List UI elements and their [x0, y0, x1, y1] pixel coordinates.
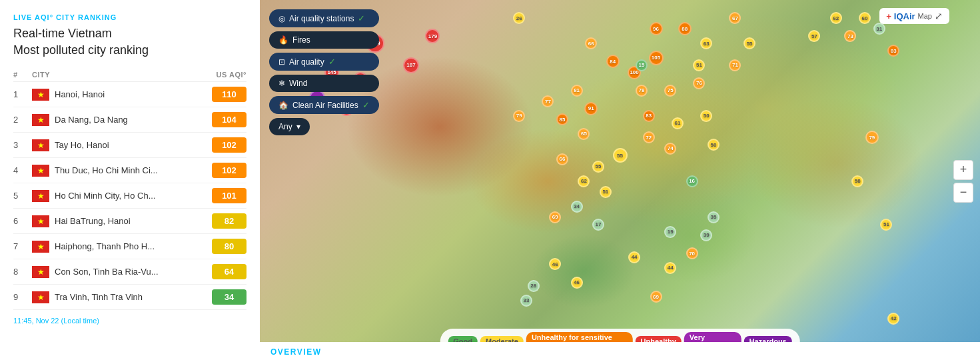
map-bubble[interactable]: 79	[865, 131, 879, 144]
aqi-badge: 64	[212, 264, 246, 279]
map-bubble[interactable]: 62	[830, 12, 842, 24]
map-bubble[interactable]: 61	[672, 117, 684, 129]
wind-button[interactable]: ❄ Wind	[269, 75, 379, 92]
zoom-out-button[interactable]: −	[953, 183, 973, 203]
live-label: LIVE AQI° CITY RANKING	[13, 13, 246, 21]
map-bubble[interactable]: 78	[636, 85, 648, 97]
map-bubble[interactable]: 51	[693, 59, 705, 71]
table-row[interactable]: 9 ★ Tra Vinh, Tinh Tra Vinh 34	[13, 285, 246, 310]
map-bubble[interactable]: 16	[686, 175, 698, 187]
map-bubble[interactable]: 91	[584, 102, 598, 115]
map-bubble[interactable]: 76	[693, 77, 705, 89]
overview-bar: OVERVIEW	[260, 342, 980, 362]
row-rank: 3	[13, 140, 32, 150]
map-bubble[interactable]: 60	[859, 12, 871, 24]
fires-button[interactable]: 🔥 Fires	[269, 31, 379, 49]
clean-air-facilities-button[interactable]: 🏠 Clean Air Facilities ✓	[269, 96, 379, 114]
map-bubble[interactable]: 44	[628, 251, 640, 263]
map-bubble[interactable]: 74	[664, 143, 676, 155]
map-bubble[interactable]: 62	[578, 175, 590, 187]
air-quality-stations-button[interactable]: ◎ Air quality stations ✓	[269, 9, 379, 27]
map-bubble[interactable]: 34	[571, 201, 583, 213]
map-bubble[interactable]: 65	[578, 128, 590, 140]
map-bubble[interactable]: 88	[678, 22, 692, 35]
table-row[interactable]: 8 ★ Con Son, Tinh Ba Ria-Vu... 64	[13, 259, 246, 285]
map-bubble[interactable]: 179	[425, 29, 440, 43]
map-bubble[interactable]: 33	[520, 295, 532, 307]
map-text: Map	[918, 12, 932, 20]
map-bubble[interactable]: 66	[556, 153, 568, 165]
map-bubble[interactable]: 55	[613, 148, 628, 163]
map-bubble[interactable]: 83	[643, 110, 655, 122]
expand-map-button[interactable]: ⤢	[935, 11, 943, 21]
city-name: Haiphong, Thanh Pho H...	[55, 241, 212, 251]
map-bubble[interactable]: 50	[708, 139, 720, 151]
aqi-badge: 80	[212, 239, 246, 254]
map-bubble[interactable]: 73	[844, 30, 856, 42]
map-bubble[interactable]: 63	[700, 37, 712, 49]
map-bubble[interactable]: 19	[664, 226, 676, 238]
map-bubble[interactable]: 66	[585, 37, 597, 49]
map-bubble[interactable]: 31	[873, 23, 885, 35]
table-row[interactable]: 7 ★ Haiphong, Thanh Pho H... 80	[13, 234, 246, 259]
map-bubble[interactable]: 39	[700, 229, 712, 241]
table-row[interactable]: 5 ★ Ho Chi Minh City, Ho Ch... 101	[13, 183, 246, 209]
map-bubble[interactable]: 84	[606, 55, 620, 68]
table-row[interactable]: 1 ★ Hanoi, Hanoi 110	[13, 82, 246, 107]
map-bubble[interactable]: 58	[851, 175, 863, 187]
zoom-in-button[interactable]: +	[953, 160, 973, 180]
map-bubble[interactable]: 44	[664, 262, 676, 274]
map-bubble[interactable]: 55	[743, 37, 755, 49]
air-quality-stations-label: Air quality stations	[289, 14, 354, 23]
map-bubble[interactable]: 17	[592, 219, 604, 231]
table-row[interactable]: 6 ★ Hai BaTrung, Hanoi 82	[13, 209, 246, 234]
any-label: Any	[278, 122, 292, 131]
map-bubble[interactable]: 72	[643, 131, 655, 143]
map-bubble[interactable]: 55	[592, 161, 604, 173]
map-content: 2291871791571452071662666968863675551711…	[260, 0, 980, 362]
map-bubble[interactable]: 71	[729, 59, 741, 71]
left-panel: LIVE AQI° CITY RANKING Real-time Vietnam…	[0, 0, 260, 362]
city-ranking-table: 1 ★ Hanoi, Hanoi 110 2 ★ Da Nang, Da Nan…	[13, 82, 246, 310]
table-row[interactable]: 4 ★ Thu Duc, Ho Chi Minh Ci... 102	[13, 158, 246, 183]
flag-icon: ★	[32, 114, 49, 126]
map-bubble[interactable]: 77	[542, 95, 554, 107]
map-bubble[interactable]: 51	[880, 219, 892, 231]
map-bubble[interactable]: 57	[808, 30, 820, 42]
map-bubble[interactable]: 75	[664, 85, 676, 97]
table-row[interactable]: 3 ★ Tay Ho, Hanoi 102	[13, 133, 246, 158]
any-dropdown-button[interactable]: Any ▾	[269, 118, 310, 135]
map-bubble[interactable]: 81	[571, 85, 583, 97]
map-bubble[interactable]: 70	[686, 247, 698, 259]
map-bubble[interactable]: 46	[571, 277, 583, 289]
aqi-badge: 102	[212, 137, 246, 153]
row-rank: 9	[13, 292, 32, 302]
map-bubble[interactable]: 67	[729, 12, 741, 24]
map-bubble[interactable]: 28	[528, 280, 540, 292]
map-bubble[interactable]: 85	[556, 113, 568, 125]
map-bubble[interactable]: 15	[636, 59, 648, 71]
map-bubble[interactable]: 35	[708, 211, 720, 223]
flag-icon: ★	[32, 266, 49, 278]
map-bubble[interactable]: 69	[549, 211, 561, 223]
check-icon-clean: ✓	[362, 100, 370, 110]
map-bubble[interactable]: 79	[513, 110, 525, 122]
map-bubble[interactable]: 96	[650, 22, 663, 35]
station-icon: ◎	[278, 14, 285, 23]
map-bubble[interactable]: 51	[600, 186, 612, 198]
flag-icon: ★	[32, 165, 49, 177]
map-bubble[interactable]: 83	[887, 45, 899, 57]
map-bubble[interactable]: 105	[649, 51, 664, 65]
air-quality-button[interactable]: ⊡ Air quality ✓	[269, 53, 379, 71]
aqi-badge: 101	[212, 188, 246, 203]
map-bubble[interactable]: 187	[403, 57, 419, 73]
map-bubble[interactable]: 50	[700, 110, 712, 122]
city-name: Tay Ho, Hanoi	[55, 140, 212, 150]
map-bubble[interactable]: 26	[513, 12, 525, 24]
zoom-controls: + −	[953, 160, 973, 203]
row-rank: 2	[13, 115, 32, 125]
map-bubble[interactable]: 46	[549, 258, 561, 270]
map-bubble[interactable]: 42	[887, 313, 899, 325]
map-bubble[interactable]: 69	[650, 291, 662, 303]
table-row[interactable]: 2 ★ Da Nang, Da Nang 104	[13, 107, 246, 133]
